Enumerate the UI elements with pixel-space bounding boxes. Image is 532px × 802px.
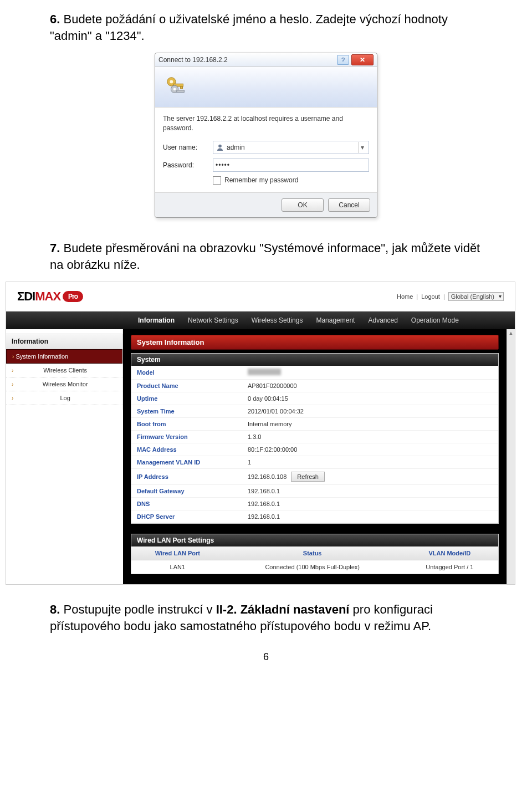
table-row: Firmware Version1.3.0 [131,431,498,443]
paragraph-7: 7. Budete přesměrováni na obrazovku "Sys… [50,240,482,273]
top-links: Home | Logout | Global (English) [397,292,504,301]
remember-checkbox[interactable] [213,176,221,185]
step-number-8: 8. [50,602,60,616]
pro-badge: Pro [63,291,83,302]
sidebar-item-wireless-clients[interactable]: ›Wireless Clients [6,364,122,377]
table-row: DNS192.168.0.1 [131,498,498,510]
scroll-up-icon[interactable]: ▲ [507,329,515,337]
sidebar-item-log[interactable]: ›Log [6,391,122,405]
nav-wireless-settings[interactable]: Wireless Settings [252,316,303,324]
sidebar-item-wireless-monitor[interactable]: ›Wireless Monitor [6,377,122,391]
auth-dialog: Connect to 192.168.2.2 ? ✕ The server 19… [155,53,377,218]
password-label: Password: [163,161,213,169]
cancel-button[interactable]: Cancel [328,198,370,212]
user-icon [216,143,224,152]
username-label: User name: [163,144,213,151]
password-input[interactable]: ••••• [213,159,369,172]
router-admin-screenshot: ΣDIMAX Pro Home | Logout | Global (Engli… [6,282,515,585]
system-panel-head: System [131,354,498,366]
step-bold-8: II-2. Základní nastavení [216,602,350,616]
home-link[interactable]: Home [397,293,413,300]
blurred-model [248,369,281,375]
step-text-6: Budete požádání o uživatelské jméno a he… [50,12,448,43]
username-value: admin [227,144,358,151]
page-number: 6 [50,651,482,663]
lan-th-vlan: VLAN Mode/ID [401,546,498,560]
table-row: MAC Address80:1F:02:00:00:00 [131,443,498,456]
table-row: Management VLAN ID1 [131,456,498,469]
content-area: System Information System Model Product … [123,329,507,584]
svg-point-7 [218,145,222,148]
table-row: Uptime0 day 00:04:15 [131,392,498,405]
sidebar: Information › System Information ›Wirele… [6,329,123,410]
sidebar-title: Information [6,334,122,349]
dropdown-icon[interactable]: ▾ [358,142,366,153]
section-title: System Information [131,335,499,350]
nav-management[interactable]: Management [316,316,355,324]
paragraph-8: 8. Postupujte podle instrukcí v II-2. Zá… [50,601,482,634]
table-row: Boot fromInternal memory [131,418,498,431]
logout-link[interactable]: Logout [421,293,440,300]
step-number-7: 7. [50,241,60,255]
lan-table: Wired LAN Port Status VLAN Mode/ID LAN1 … [131,546,498,574]
nav-advanced[interactable]: Advanced [368,316,397,324]
auth-titlebar: Connect to 192.168.2.2 ? ✕ [155,53,377,67]
nav-network-settings[interactable]: Network Settings [188,316,238,324]
sidebar-item-system-information[interactable]: › System Information [6,349,122,364]
table-row: Default Gateway192.168.0.1 [131,485,498,498]
system-panel: System Model Product NameAP801F02000000 … [131,353,499,524]
edimax-logo: ΣDIMAX Pro [17,289,83,304]
lan-th-port: Wired LAN Port [131,546,224,560]
refresh-button[interactable]: Refresh [291,472,325,482]
auth-message: The server 192.168.2.2 at localhost requ… [163,114,369,133]
main-nav: Information Network Settings Wireless Se… [6,311,515,329]
table-row: Product NameAP801F02000000 [131,380,498,392]
step-number-6: 6. [50,12,60,26]
close-icon[interactable]: ✕ [351,54,374,65]
auth-title: Connect to 192.168.2.2 [158,56,228,64]
scrollbar[interactable]: ▲ [507,329,515,584]
keys-icon [163,74,188,100]
nav-information[interactable]: Information [138,316,175,324]
ok-button[interactable]: OK [282,198,324,212]
lan-panel-head: Wired LAN Port Settings [131,534,498,546]
help-icon[interactable]: ? [337,55,349,65]
language-select[interactable]: Global (English) [448,292,504,301]
nav-operation-mode[interactable]: Operation Mode [411,316,459,324]
system-table: Model Product NameAP801F02000000 Uptime0… [131,366,498,523]
remember-label: Remember my password [224,176,298,184]
table-row: Model [131,366,498,380]
step-text-7: Budete přesměrováni na obrazovku "Systém… [50,241,480,272]
table-row: IP Address192.168.0.108Refresh [131,469,498,485]
auth-banner [155,67,377,108]
paragraph-6: 6. Budete požádání o uživatelské jméno a… [50,11,482,44]
svg-point-5 [173,88,176,91]
step-text-8a: Postupujte podle instrukcí v [60,602,216,616]
remember-row[interactable]: Remember my password [213,176,369,185]
lan-th-status: Status [224,546,401,560]
svg-point-1 [170,80,173,84]
lan-panel: Wired LAN Port Settings Wired LAN Port S… [131,534,499,574]
table-row: DHCP Server192.168.0.1 [131,510,498,523]
password-value: ••••• [216,161,366,169]
table-row: System Time2012/01/01 00:04:32 [131,405,498,418]
svg-rect-3 [181,86,183,89]
svg-rect-6 [177,90,184,93]
username-input[interactable]: admin ▾ [213,141,369,154]
table-row: LAN1 Connected (100 Mbps Full-Duplex) Un… [131,560,498,574]
